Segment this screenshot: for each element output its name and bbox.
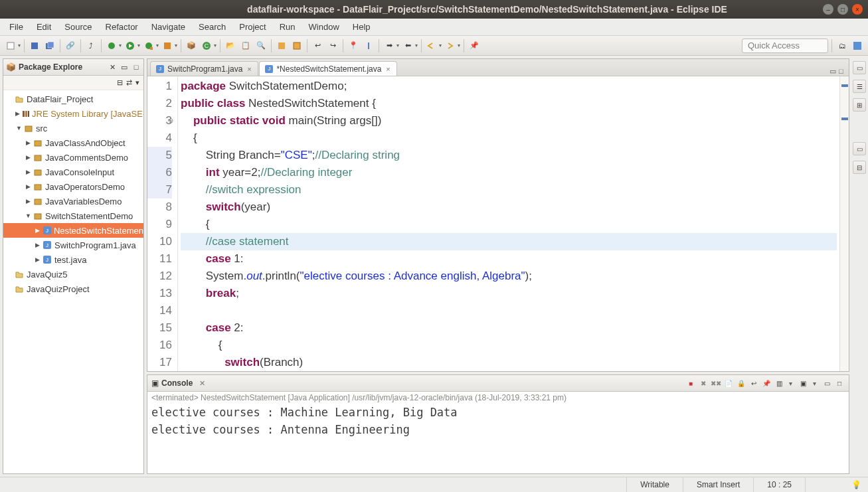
tree-node[interactable]: ▶JNestedSwitchStatemen: [3, 223, 143, 238]
code-content[interactable]: package SwitchStatementDemo;public class…: [178, 76, 839, 371]
window-minimize-button[interactable]: –: [823, 4, 833, 15]
editor-tab[interactable]: J*NestedSwitchStatement.java×: [259, 61, 397, 76]
debug-button[interactable]: [105, 39, 118, 52]
java-perspective-button[interactable]: [851, 39, 864, 52]
restore-icon[interactable]: ▭: [853, 61, 866, 74]
editor-max-icon[interactable]: □: [839, 67, 843, 76]
menu-bar: FileEditSourceRefactorNavigateSearchProj…: [0, 19, 868, 36]
console-close-icon[interactable]: ✕: [199, 379, 205, 388]
close-tab-icon[interactable]: ×: [246, 65, 252, 73]
status-insert-mode: Smart Insert: [683, 477, 753, 492]
svg-rect-1: [31, 42, 38, 49]
window-maximize-button[interactable]: □: [837, 4, 848, 15]
pin-console-icon[interactable]: 📌: [761, 378, 772, 388]
editor-min-icon[interactable]: ▭: [829, 67, 836, 76]
annotation-next-button[interactable]: ↪: [326, 39, 339, 52]
menu-run[interactable]: Run: [274, 21, 301, 33]
minimize-view-icon[interactable]: ▭: [120, 62, 129, 72]
menu-project[interactable]: Project: [234, 21, 271, 33]
svg-text:J: J: [46, 257, 48, 263]
word-wrap-icon[interactable]: ↩: [748, 378, 759, 388]
menu-refactor[interactable]: Refactor: [100, 21, 143, 33]
new-button[interactable]: [4, 39, 17, 52]
menu-file[interactable]: File: [4, 21, 29, 33]
last-edit-button[interactable]: 📍: [347, 39, 360, 52]
svg-rect-16: [25, 111, 27, 117]
tree-node[interactable]: ▶JavaConsoleInput: [3, 165, 143, 179]
overview-ruler[interactable]: [839, 76, 849, 371]
forward-button[interactable]: [444, 39, 457, 52]
outline2-icon[interactable]: ⊟: [853, 161, 866, 174]
tip-icon[interactable]: 💡: [845, 480, 868, 489]
outline-icon[interactable]: ⊞: [853, 98, 866, 112]
console-max-icon[interactable]: □: [834, 378, 845, 388]
code-editor[interactable]: 123⊖4567891011121314151617 package Switc…: [147, 76, 849, 371]
tree-node[interactable]: ▶JRE System Library [JavaSE-: [3, 106, 143, 121]
toggle-block-button[interactable]: [290, 39, 304, 52]
tree-node[interactable]: DataFlair_Project: [3, 92, 143, 106]
package-tree[interactable]: DataFlair_Project▶JRE System Library [Ja…: [3, 90, 143, 473]
collapse-all-icon[interactable]: ⊟: [117, 78, 123, 87]
tree-node[interactable]: ▶JavaOperatorsDemo: [3, 179, 143, 194]
new-class-button[interactable]: C: [200, 39, 213, 52]
svg-rect-15: [23, 111, 25, 117]
menu-source[interactable]: Source: [59, 21, 97, 33]
save-all-button[interactable]: [43, 39, 56, 52]
toggle-button[interactable]: 🔗: [64, 39, 77, 52]
menu-search[interactable]: Search: [193, 21, 231, 33]
skip-button[interactable]: ⤴: [84, 39, 98, 52]
scroll-lock-icon[interactable]: 🔒: [736, 378, 746, 388]
next-annotation-button[interactable]: ➡: [383, 39, 396, 52]
tree-node[interactable]: ▶Jtest.java: [3, 252, 143, 267]
tree-node[interactable]: ▼src: [3, 121, 143, 135]
terminate-icon[interactable]: ■: [685, 378, 696, 388]
remove-launch-icon[interactable]: ✖: [698, 378, 709, 388]
menu-window[interactable]: Window: [304, 21, 345, 33]
pin-button[interactable]: [362, 39, 375, 52]
task-list-icon[interactable]: ☰: [853, 80, 866, 93]
console-title: Console: [161, 378, 193, 388]
remove-all-icon[interactable]: ✖✖: [711, 378, 721, 388]
open-console-icon[interactable]: ▣: [798, 378, 808, 388]
run-button[interactable]: [124, 39, 137, 52]
tree-node[interactable]: ▶JavaVariablesDemo: [3, 194, 143, 208]
menu-edit[interactable]: Edit: [31, 21, 56, 33]
coverage-button[interactable]: [142, 39, 155, 52]
view-menu-dropdown-icon[interactable]: ▾: [135, 78, 139, 87]
tree-node[interactable]: JavaQuiz5: [3, 267, 143, 282]
console-icon: ▣: [151, 378, 159, 388]
menu-help[interactable]: Help: [347, 21, 376, 33]
toggle-mark-button[interactable]: [275, 39, 288, 52]
open-type-button[interactable]: 📂: [224, 39, 237, 52]
maximize-view-icon[interactable]: □: [131, 62, 141, 72]
ext-tools-button[interactable]: [161, 39, 174, 52]
tree-node[interactable]: ▶JavaCommentsDemo: [3, 150, 143, 165]
svg-rect-11: [278, 42, 285, 49]
menu-navigate[interactable]: Navigate: [146, 21, 191, 33]
tree-node[interactable]: JavaQuizProject: [3, 282, 143, 296]
tree-node[interactable]: ▼SwitchStatementDemo: [3, 208, 143, 223]
new-package-button[interactable]: 📦: [185, 39, 198, 52]
open-perspective-button[interactable]: 🗂: [835, 39, 849, 52]
open-task-button[interactable]: 📋: [239, 39, 252, 52]
restore2-icon[interactable]: ▭: [853, 142, 866, 155]
editor-tab[interactable]: JSwitchProgram1.java×: [150, 61, 258, 76]
display-console-icon[interactable]: ▥: [774, 378, 784, 388]
line-number-gutter[interactable]: 123⊖4567891011121314151617: [147, 76, 178, 371]
annotation-prev-button[interactable]: ↩: [311, 39, 324, 52]
tree-node[interactable]: ▶JavaClassAndObject: [3, 135, 143, 150]
quick-access-input[interactable]: Quick Access: [742, 39, 828, 53]
console-min-icon[interactable]: ▭: [822, 378, 832, 388]
close-tab-icon[interactable]: ×: [385, 65, 391, 73]
console-output[interactable]: elective courses : Machine Learning, Big…: [147, 404, 849, 473]
tree-node[interactable]: ▶JSwitchProgram1.java: [3, 238, 143, 252]
prev-annotation-button[interactable]: ⬅: [401, 39, 414, 52]
window-close-button[interactable]: ×: [852, 4, 863, 15]
link-editor-icon[interactable]: ⇄: [126, 78, 132, 87]
save-button[interactable]: [28, 39, 41, 52]
view-menu-icon[interactable]: ✕: [108, 62, 117, 72]
search-button[interactable]: 🔍: [254, 39, 268, 52]
clear-console-icon[interactable]: 📄: [723, 378, 734, 388]
pin-editor-button[interactable]: 📌: [468, 39, 481, 52]
back-button[interactable]: [425, 39, 438, 52]
